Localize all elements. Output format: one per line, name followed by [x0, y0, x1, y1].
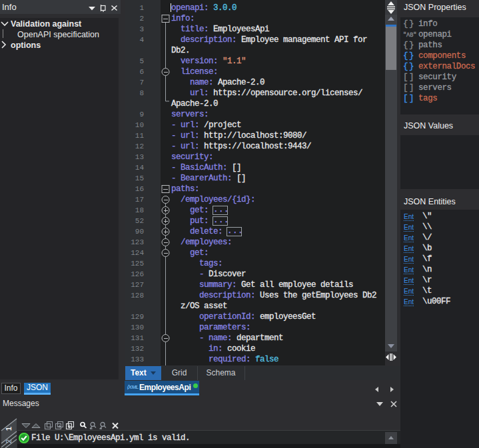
svg-text:1: 1: [5, 426, 13, 431]
svg-text:2: 2: [5, 439, 13, 443]
